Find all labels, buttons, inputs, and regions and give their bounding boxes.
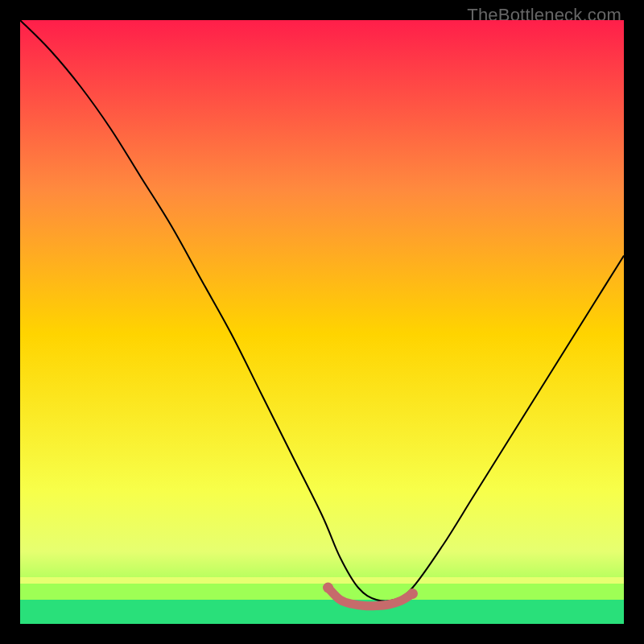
chart-svg <box>20 20 624 624</box>
optimal-range-dot-left <box>323 583 333 593</box>
plot-area <box>20 20 624 624</box>
band-pale <box>20 577 624 584</box>
band-green <box>20 600 624 624</box>
band-lightgreen <box>20 584 624 600</box>
gradient-background <box>20 20 624 624</box>
chart-frame: TheBottleneck.com <box>0 0 644 644</box>
optimal-range-dot-right <box>407 588 418 599</box>
